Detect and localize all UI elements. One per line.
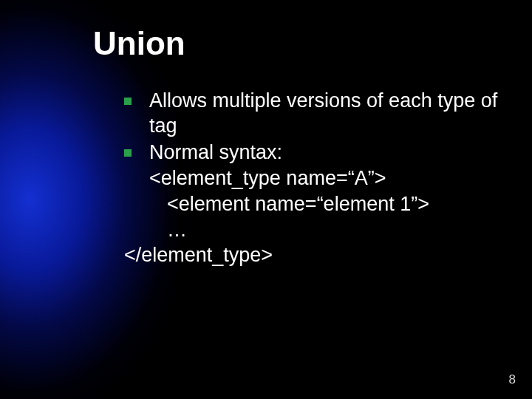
bullet-item: Normal syntax: — [124, 140, 501, 166]
bullet-text: Normal syntax: — [149, 140, 501, 166]
code-line: … — [167, 218, 501, 243]
bullet-icon — [124, 149, 132, 157]
bullet-icon — [124, 98, 132, 105]
slide: Union Allows multiple versions of each t… — [0, 0, 532, 399]
bullet-text: Allows multiple versions of each type of… — [149, 89, 501, 139]
slide-title: Union — [93, 25, 185, 62]
slide-body: Allows multiple versions of each type of… — [124, 89, 501, 267]
code-line: <element name=“element 1”> — [167, 192, 501, 217]
page-number: 8 — [509, 372, 516, 387]
code-line-closing: </element_type> — [124, 243, 501, 268]
code-line: <element_type name=“A”> — [149, 166, 501, 191]
bullet-item: Allows multiple versions of each type of… — [124, 89, 501, 139]
